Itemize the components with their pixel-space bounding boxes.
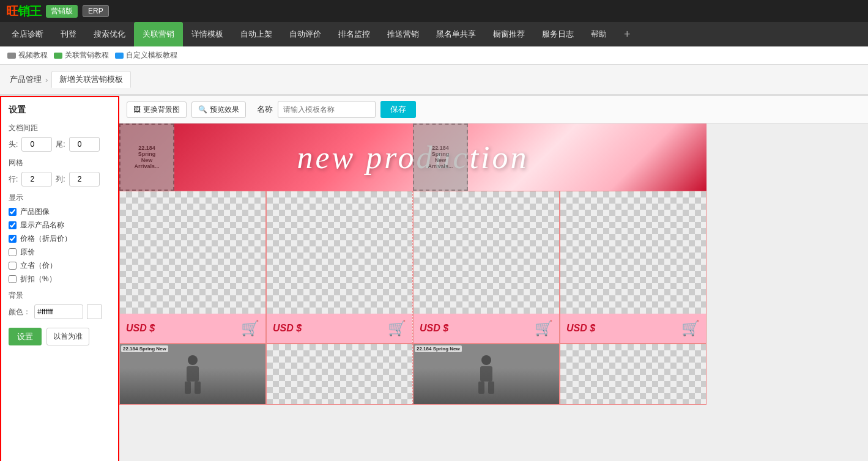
name-label: 名称 — [257, 104, 273, 115]
nav-item-seo[interactable]: 搜索优化 — [85, 22, 134, 46]
svg-rect-3 — [195, 382, 201, 394]
logo: 旺销王 — [6, 3, 41, 20]
bottom-empty-2 — [267, 344, 412, 404]
page-breadcrumb: 产品管理 › 新增关联营销模板 — [0, 65, 868, 95]
cb-original-price[interactable] — [9, 248, 17, 256]
tutorial-video-link[interactable]: 视频教程 — [7, 50, 48, 61]
tail-input[interactable] — [69, 137, 100, 152]
cb-product-image[interactable] — [9, 208, 17, 216]
preview-button[interactable]: 🔍 预览效果 — [191, 101, 246, 118]
cb-discount-pct[interactable] — [9, 275, 17, 283]
cb-saving-label[interactable]: 立省（价） — [20, 260, 57, 271]
col-label: 列: — [56, 174, 65, 185]
col-input[interactable] — [69, 172, 100, 186]
cb-discount-price[interactable] — [9, 235, 17, 243]
cart-icon-2[interactable]: 🛒 — [388, 320, 406, 337]
nav-item-marketing[interactable]: 关联营销 — [134, 22, 183, 46]
nav-item-showcase[interactable]: 橱窗推荐 — [484, 22, 533, 46]
cart-icon-1[interactable]: 🛒 — [241, 320, 259, 337]
head-input[interactable] — [21, 137, 52, 152]
bottom-empty-4 — [560, 344, 706, 404]
product-cell-4: USD $ 🛒 — [560, 191, 707, 344]
svg-rect-5 — [480, 366, 492, 382]
tutorial-custom-link[interactable]: 自定义模板教程 — [115, 50, 177, 61]
apply-settings-button[interactable]: 设置 — [9, 328, 42, 345]
banner-thumb-right[interactable]: 22.184SpringNewArrivals... — [413, 124, 468, 191]
nav-item-publish[interactable]: 刊登 — [52, 22, 85, 46]
save-button[interactable]: 保存 — [380, 101, 416, 118]
product-price-bar-4: USD $ 🛒 — [560, 314, 706, 343]
cb-product-image-label[interactable]: 产品图像 — [20, 207, 50, 217]
display-label: 显示 — [9, 193, 111, 203]
product-image-4 — [560, 191, 706, 314]
breadcrumb-arrow: › — [45, 75, 48, 84]
bg-label: 背景 — [9, 290, 111, 301]
set-default-button[interactable]: 以首为准 — [46, 328, 89, 345]
bg-color-row: 颜色： — [9, 304, 111, 319]
nav-item-autolisting[interactable]: 自动上架 — [232, 22, 281, 46]
row-input[interactable] — [21, 172, 52, 186]
price-text-2: USD $ — [273, 323, 302, 334]
nav-item-rankmonitor[interactable]: 排名监控 — [330, 22, 379, 46]
bottom-cell-1: 22.184 Spring New — [119, 344, 266, 405]
checkbox-product-image: 产品图像 — [9, 207, 111, 217]
tail-label: 尾: — [56, 139, 65, 150]
change-bg-button[interactable]: 🖼 更换背景图 — [127, 101, 187, 118]
price-text-3: USD $ — [420, 323, 448, 334]
checkbox-original-price: 原价 — [9, 247, 111, 257]
image-icon: 🖼 — [133, 105, 141, 114]
nav-item-pushmarketing[interactable]: 推送营销 — [379, 22, 428, 46]
nav-item-diagnose[interactable]: 全店诊断 — [3, 22, 52, 46]
cart-icon-4[interactable]: 🛒 — [681, 320, 700, 337]
checkbox-product-name: 显示产品名称 — [9, 220, 111, 230]
tutorial-marketing-link[interactable]: 关联营销教程 — [54, 50, 109, 61]
breadcrumb-parent[interactable]: 产品管理 — [10, 74, 42, 85]
erp-tag[interactable]: ERP — [83, 5, 109, 17]
doc-margin-label: 文档间距 — [9, 123, 111, 133]
row-label: 行: — [9, 174, 18, 185]
nav-item-help[interactable]: 帮助 — [582, 22, 615, 46]
checkbox-saving: 立省（价） — [9, 260, 111, 271]
video-green-icon — [54, 53, 62, 59]
cb-discount-price-label[interactable]: 价格（折后价） — [20, 234, 72, 244]
bottom-thumb-3: 22.184 Spring New — [414, 344, 559, 404]
top-bar: 旺销王 营销版 ERP — [0, 0, 868, 22]
settings-title: 设置 — [9, 105, 111, 116]
settings-panel: 设置 文档间距 头: 尾: 网格 行: 列: 显示 产品图像 显示产品名称 价格… — [0, 96, 119, 461]
nav-item-detail[interactable]: 详情模板 — [183, 22, 232, 46]
banner-thumb-left[interactable]: 22.184SpringNewArrivals... — [119, 124, 174, 191]
content-area: 设置 文档间距 头: 尾: 网格 行: 列: 显示 产品图像 显示产品名称 价格… — [0, 95, 868, 461]
template-area: 🖼 更换背景图 🔍 预览效果 名称 保存 22.184SpringNewArri… — [119, 96, 868, 461]
product-grid: USD $ 🛒 USD $ 🛒 USD $ 🛒 — [119, 191, 707, 344]
bottom-cell-2 — [266, 344, 413, 405]
nav-item-plus[interactable]: + — [615, 22, 639, 46]
head-input-row: 头: 尾: — [9, 137, 111, 152]
svg-point-0 — [188, 355, 198, 365]
bottom-cell-4 — [560, 344, 707, 405]
marketing-tag[interactable]: 营销版 — [46, 5, 78, 18]
main-nav: 全店诊断 刊登 搜索优化 关联营销 详情模板 自动上架 自动评价 排名监控 推送… — [0, 22, 868, 46]
video-blue-icon — [115, 53, 124, 59]
cart-icon-3[interactable]: 🛒 — [535, 320, 553, 337]
cb-saving[interactable] — [9, 262, 17, 270]
nav-item-blacklist[interactable]: 黑名单共享 — [428, 22, 484, 46]
product-price-bar-2: USD $ 🛒 — [267, 314, 412, 343]
cb-discount-pct-label[interactable]: 折扣（%） — [20, 274, 56, 284]
bottom-cell-3: 22.184 Spring New — [413, 344, 560, 405]
nav-item-autoreview[interactable]: 自动评价 — [281, 22, 330, 46]
bg-section: 背景 颜色： — [9, 290, 111, 319]
svg-rect-7 — [488, 382, 494, 394]
color-input[interactable] — [34, 304, 83, 319]
nav-item-servicelog[interactable]: 服务日志 — [533, 22, 582, 46]
bottom-thumb-1: 22.184 Spring New — [120, 344, 265, 404]
cb-product-name[interactable] — [9, 221, 17, 229]
color-swatch[interactable] — [87, 304, 102, 319]
cb-original-price-label[interactable]: 原价 — [20, 247, 35, 257]
template-name-input[interactable] — [278, 101, 376, 118]
template-toolbar: 🖼 更换背景图 🔍 预览效果 名称 保存 — [119, 96, 868, 124]
price-text-4: USD $ — [566, 323, 595, 334]
product-image-2 — [267, 191, 412, 314]
product-price-bar-1: USD $ 🛒 — [120, 314, 265, 343]
cb-product-name-label[interactable]: 显示产品名称 — [20, 220, 64, 230]
product-image-1 — [120, 191, 265, 314]
